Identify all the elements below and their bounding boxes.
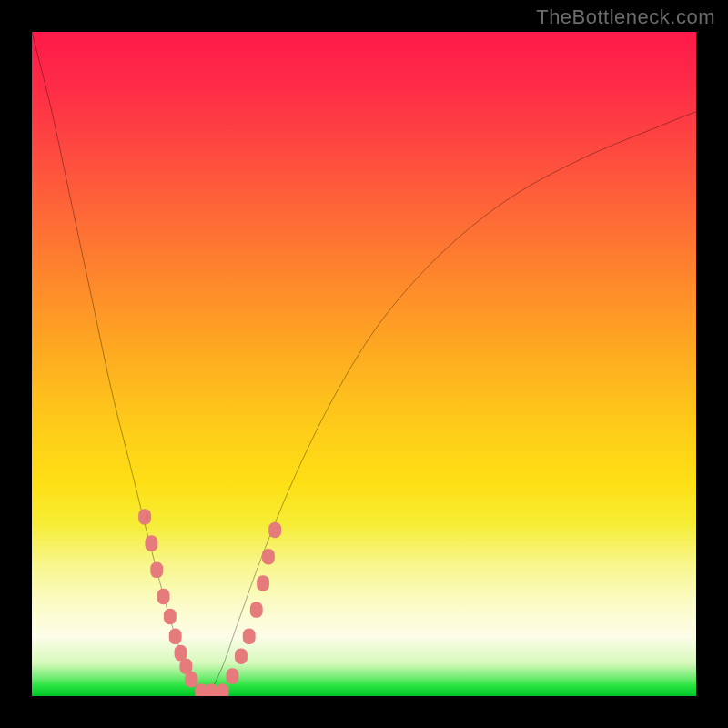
sample-marker — [185, 672, 197, 688]
bottleneck-curve — [32, 32, 696, 696]
plot-area — [32, 32, 696, 696]
sample-marker — [217, 683, 229, 696]
sample-markers-group — [138, 509, 281, 696]
sample-marker — [243, 629, 256, 645]
sample-marker — [235, 648, 248, 664]
sample-marker — [227, 668, 239, 684]
chart-stage: TheBottleneck.com — [0, 0, 728, 728]
sample-marker — [268, 522, 281, 539]
sample-marker — [138, 509, 151, 525]
sample-marker — [250, 602, 263, 618]
sample-marker — [164, 609, 177, 625]
sample-marker — [145, 535, 157, 551]
curve-layer — [32, 32, 696, 696]
sample-marker — [150, 562, 163, 579]
sample-marker — [169, 629, 182, 645]
watermark-text: TheBottleneck.com — [536, 5, 715, 29]
sample-marker — [257, 575, 269, 592]
sample-marker — [262, 549, 275, 565]
sample-marker — [205, 683, 217, 696]
sample-marker — [157, 589, 170, 605]
